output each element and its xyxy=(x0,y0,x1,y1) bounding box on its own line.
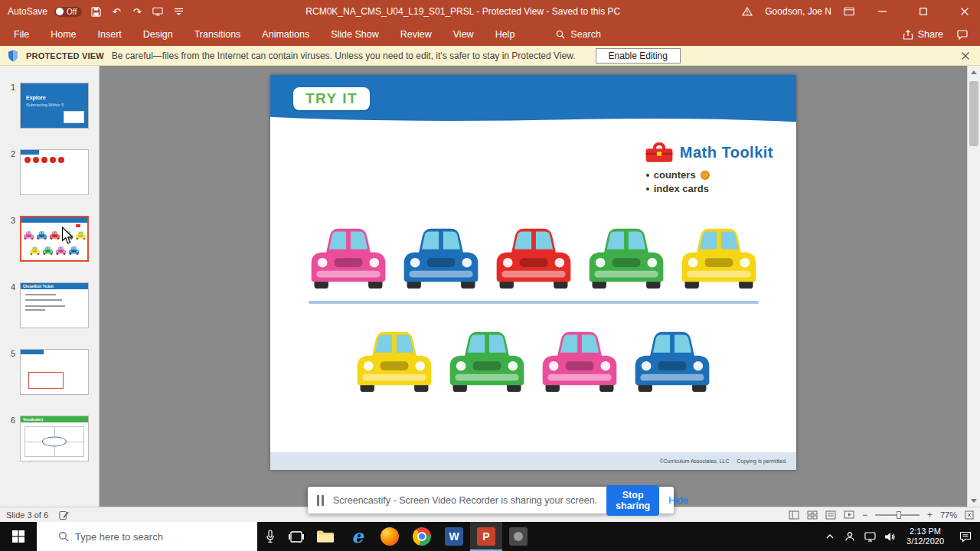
thumb2-header-strip xyxy=(21,150,39,155)
taskbar-powerpoint-active[interactable]: P xyxy=(470,522,502,551)
task-view-button[interactable] xyxy=(283,522,309,551)
zoom-slider-thumb[interactable] xyxy=(897,511,901,519)
car-icon xyxy=(68,246,80,255)
bullet-icon xyxy=(646,174,649,177)
car-icon xyxy=(49,230,60,240)
slide-thumbnail-2[interactable]: 2 xyxy=(0,149,99,195)
tray-volume-icon[interactable] xyxy=(880,522,900,551)
view-slide-sorter-button[interactable] xyxy=(807,510,818,520)
minimize-button[interactable] xyxy=(867,0,897,23)
taskbar-file-explorer[interactable] xyxy=(309,522,341,551)
tab-design[interactable]: Design xyxy=(142,26,175,43)
search-icon xyxy=(58,531,69,542)
start-presentation-button[interactable] xyxy=(151,5,165,18)
fit-slide-to-window-button[interactable] xyxy=(965,510,974,520)
taskbar-internet-explorer[interactable]: e xyxy=(341,522,374,551)
toolkit-item-counters: counters xyxy=(646,169,773,181)
tab-home[interactable]: Home xyxy=(49,26,77,43)
tray-network-icon[interactable] xyxy=(860,522,880,551)
account-user-name[interactable]: Goodson, Joe N xyxy=(765,6,831,17)
protected-view-message: Be careful—files from the Internet can c… xyxy=(112,51,576,61)
tray-show-hidden-icons[interactable] xyxy=(820,522,840,551)
slide-thumbnail-3-selected[interactable]: 3 xyxy=(0,216,99,262)
view-reading-button[interactable] xyxy=(825,510,836,520)
tab-view[interactable]: View xyxy=(452,26,475,43)
ribbon-search-label: Search xyxy=(570,29,601,40)
notes-pencil-icon[interactable] xyxy=(59,510,69,520)
comments-button[interactable] xyxy=(957,30,968,40)
protected-view-banner: PROTECTED VIEW Be careful—files from the… xyxy=(0,46,980,66)
slide-thumbnail-panel: 1 Explore Subtracting Within 5 2 3 xyxy=(0,66,100,507)
action-center-icon xyxy=(959,531,972,543)
zoom-level[interactable]: 77% xyxy=(940,510,957,520)
thumb2-apples xyxy=(24,157,64,163)
slide-thumbnail-preview: Close/Exit Ticket xyxy=(20,282,89,328)
tab-help[interactable]: Help xyxy=(494,26,517,43)
view-slideshow-button[interactable] xyxy=(844,510,854,520)
tab-review[interactable]: Review xyxy=(399,26,433,43)
tab-slide-show[interactable]: Slide Show xyxy=(329,26,381,43)
zoom-slider[interactable] xyxy=(875,514,920,516)
tab-insert[interactable]: Insert xyxy=(96,26,123,43)
slide-header: TRY IT xyxy=(270,75,796,122)
chrome-icon xyxy=(413,527,431,546)
task-view-icon xyxy=(289,531,304,543)
maximize-button[interactable] xyxy=(908,0,939,23)
screencastify-sharing-bar: Screencastify - Screen Video Recorder is… xyxy=(308,487,674,514)
taskbar-firefox[interactable] xyxy=(374,522,406,551)
car-icon xyxy=(443,324,531,393)
action-center-button[interactable] xyxy=(951,522,980,551)
car-icon xyxy=(42,246,54,255)
search-input[interactable] xyxy=(75,531,236,543)
ribbon-display-options-icon[interactable] xyxy=(842,5,856,18)
thumb6-grid xyxy=(24,426,84,457)
customize-quick-access-toolbar-button[interactable] xyxy=(172,5,185,18)
save-button[interactable] xyxy=(89,5,103,18)
taskbar-app[interactable] xyxy=(502,522,534,551)
slide-thumbnail-1[interactable]: 1 Explore Subtracting Within 5 xyxy=(0,83,99,129)
banner-close-button[interactable] xyxy=(962,52,969,60)
taskbar-word[interactable]: W xyxy=(438,522,470,551)
taskbar-clock[interactable]: 2:13 PM 3/12/2020 xyxy=(900,522,951,551)
autosave-label: AutoSave xyxy=(8,6,47,17)
start-button[interactable] xyxy=(0,522,37,551)
tab-transitions[interactable]: Transitions xyxy=(193,26,243,43)
title-bar: AutoSave Off ↶ ↷ RCM0K_NA_CMS_U04_L19_S0… xyxy=(0,0,980,23)
window-title: RCM0K_NA_CMS_U04_L19_S01_PRSL - Protecte… xyxy=(185,6,740,17)
thumb1-content-box xyxy=(64,111,84,123)
search-icon xyxy=(556,30,565,39)
redo-button[interactable]: ↷ xyxy=(130,5,144,18)
stop-sharing-button[interactable]: Stop sharing xyxy=(606,485,659,516)
thumb5-outline-box xyxy=(28,372,64,389)
hide-link[interactable]: Hide xyxy=(668,495,688,506)
current-slide[interactable]: TRY IT Math Toolkit xyxy=(270,75,796,470)
scroll-down-arrow[interactable] xyxy=(968,494,980,507)
taskbar-chrome[interactable] xyxy=(406,522,438,551)
slide-thumbnail-5[interactable]: 5 xyxy=(0,349,99,395)
undo-button[interactable]: ↶ xyxy=(109,5,123,18)
view-normal-button[interactable] xyxy=(789,510,799,520)
slide-thumbnail-4[interactable]: 4 Close/Exit Ticket xyxy=(0,282,99,328)
share-button[interactable]: Share xyxy=(903,29,943,40)
ribbon-search[interactable]: Search xyxy=(556,29,601,40)
tray-people-icon[interactable] xyxy=(840,522,860,551)
workspace: 1 Explore Subtracting Within 5 2 3 xyxy=(0,66,980,507)
enable-editing-button[interactable]: Enable Editing xyxy=(596,48,681,64)
slide-canvas-area: TRY IT Math Toolkit xyxy=(100,66,967,507)
vertical-scrollbar[interactable] xyxy=(967,66,980,507)
tab-file[interactable]: File xyxy=(12,26,31,43)
zoom-in-button[interactable]: + xyxy=(927,510,933,520)
thumb3-cars-bottom xyxy=(21,246,87,255)
zoom-out-button[interactable]: − xyxy=(862,510,867,520)
autosave-toggle[interactable]: Off xyxy=(54,7,82,17)
scrollbar-thumb[interactable] xyxy=(969,81,978,146)
slide-thumbnail-6[interactable]: 6 Vocabulary xyxy=(0,416,99,461)
taskbar-search-box[interactable] xyxy=(37,522,257,551)
counter-icon xyxy=(701,171,710,180)
car-icon xyxy=(29,246,41,255)
scroll-up-arrow[interactable] xyxy=(968,66,980,78)
close-button[interactable] xyxy=(949,0,980,23)
comment-icon xyxy=(957,30,968,40)
tab-animations[interactable]: Animations xyxy=(260,26,311,43)
microphone-button[interactable] xyxy=(257,522,283,551)
